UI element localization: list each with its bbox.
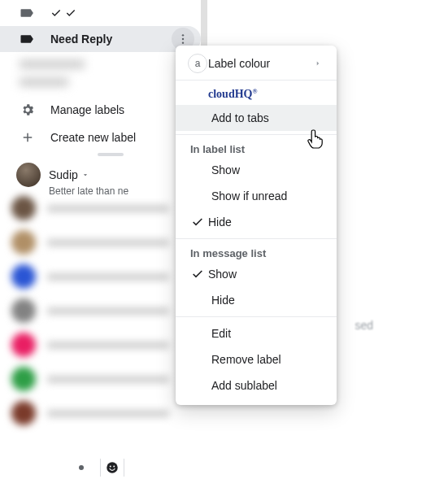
menu-message-list-hide[interactable]: Hide [176,287,337,313]
bottom-bar [77,456,124,479]
menu-section-label-list: In label list [176,138,337,157]
truncated-text: sed [354,319,373,332]
manage-labels[interactable]: Manage labels [0,96,201,124]
letter-a-icon: a [187,54,208,73]
vertical-scrollbar[interactable] [201,0,207,46]
menu-divider [176,80,337,81]
chevron-right-icon [314,59,322,67]
svg-point-2 [182,41,184,43]
label-row-need-reply[interactable]: Need Reply [0,26,201,52]
check-icon [187,268,208,281]
resize-grip[interactable] [98,153,124,156]
svg-point-6 [113,466,115,468]
profile-row[interactable]: Sudip [0,159,201,187]
svg-point-5 [110,466,111,468]
label-text [50,7,76,19]
plus-icon [20,130,36,145]
menu-divider [176,238,337,239]
redacted-area [20,55,117,96]
menu-remove-label[interactable]: Remove label [176,346,337,372]
svg-point-1 [182,38,184,40]
menu-label-list-show-if-unread[interactable]: Show if unread [176,183,337,209]
svg-point-3 [79,465,84,470]
cloudhq-logo: cloudHQ® [208,88,257,101]
create-new-label[interactable]: Create new label [0,124,201,151]
tag-icon [20,6,34,20]
profile-name: Sudip [49,168,78,181]
sidebar: Need Reply Manage labels Create new labe… [0,0,201,479]
menu-divider [176,316,337,317]
menu-label-colour[interactable]: a Label colour [176,50,337,76]
label-text: Need Reply [50,33,112,46]
menu-divider [176,134,337,135]
dot-icon [77,464,85,472]
gear-icon [20,102,36,117]
create-label-text: Create new label [50,131,136,144]
menu-section-message-list: In message list [176,242,337,261]
avatar [16,163,41,187]
label-context-menu: a Label colour cloudHQ® Add to tabs In l… [176,46,337,405]
check-icon [187,216,208,229]
svg-point-0 [182,34,184,36]
menu-label-list-hide[interactable]: Hide [176,209,337,235]
label-row-plain[interactable] [0,0,201,26]
tag-icon [20,32,34,46]
menu-brand: cloudHQ® [176,84,337,105]
menu-edit[interactable]: Edit [176,320,337,346]
menu-message-list-show[interactable]: Show [176,261,337,287]
menu-add-sublabel[interactable]: Add sublabel [176,372,337,398]
chevron-down-icon[interactable] [81,171,89,179]
face-icon[interactable] [100,459,124,477]
chat-list [7,191,190,430]
menu-label-list-show[interactable]: Show [176,157,337,183]
svg-point-4 [107,462,118,473]
menu-add-to-tabs[interactable]: Add to tabs [176,105,337,131]
manage-labels-text: Manage labels [50,103,124,116]
